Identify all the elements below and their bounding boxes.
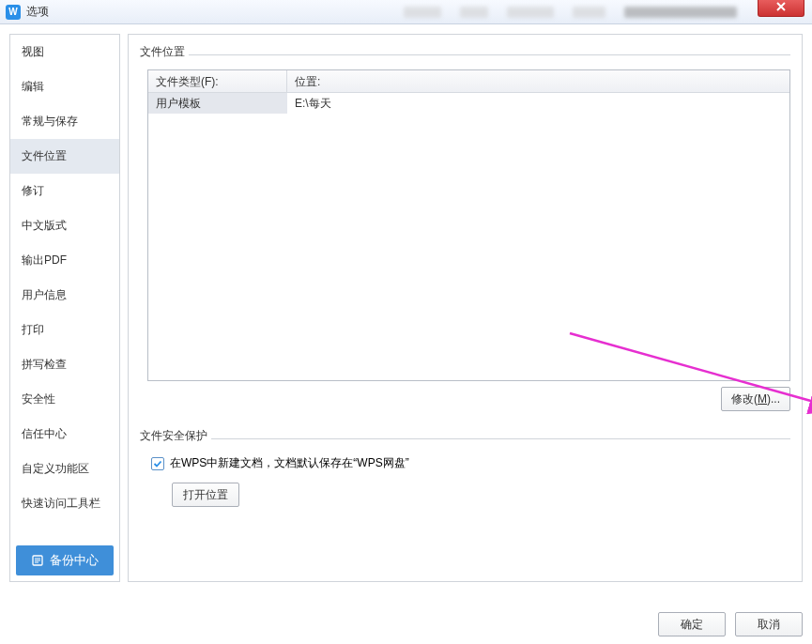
open-location-row: 打开位置 [151, 483, 790, 507]
group-divider [211, 438, 790, 439]
sidebar: 视图 编辑 常规与保存 文件位置 修订 中文版式 输出PDF 用户信息 打印 拼… [9, 34, 120, 582]
cancel-button[interactable]: 取消 [735, 612, 803, 636]
file-security-group: 文件安全保护 在WPS中新建文档，文档默认保存在“WPS网盘” 打开位置 [140, 428, 790, 507]
sidebar-items: 视图 编辑 常规与保存 文件位置 修订 中文版式 输出PDF 用户信息 打印 拼… [10, 35, 119, 540]
sidebar-item-edit[interactable]: 编辑 [10, 69, 119, 104]
open-location-label: 打开位置 [183, 487, 228, 503]
modify-row: 修改(M)... [147, 387, 790, 411]
sidebar-item-view[interactable]: 视图 [10, 35, 119, 69]
sidebar-item-label: 文件位置 [22, 149, 67, 162]
sidebar-item-user-info[interactable]: 用户信息 [10, 278, 119, 313]
sidebar-item-label: 常规与保存 [22, 115, 78, 128]
backup-center-label: 备份中心 [50, 552, 99, 569]
close-icon [775, 1, 787, 12]
group-header: 文件安全保护 [140, 428, 790, 448]
ok-label: 确定 [681, 617, 703, 633]
group-header: 文件位置 [140, 44, 790, 64]
sidebar-item-chinese-layout[interactable]: 中文版式 [10, 208, 119, 243]
group-divider [189, 54, 790, 55]
titlebar: W 选项 [0, 0, 812, 24]
ok-button[interactable]: 确定 [658, 612, 726, 636]
sidebar-item-label: 用户信息 [22, 288, 67, 301]
sidebar-item-label: 拼写检查 [22, 358, 67, 371]
sidebar-item-file-location[interactable]: 文件位置 [10, 139, 119, 174]
dialog-footer: 确定 取消 [658, 612, 803, 636]
sidebar-item-label: 编辑 [22, 80, 44, 93]
sidebar-item-spellcheck[interactable]: 拼写检查 [10, 347, 119, 382]
app-icon-letter: W [8, 7, 17, 17]
sidebar-item-label: 信任中心 [22, 427, 67, 440]
content-panel: 文件位置 文件类型(F): 位置: 用户模板 E:\每天 修改(M)... [128, 34, 803, 582]
modify-button[interactable]: 修改(M)... [721, 387, 790, 411]
sidebar-item-label: 输出PDF [22, 253, 67, 267]
default-save-checkbox-row: 在WPS中新建文档，文档默认保存在“WPS网盘” [151, 455, 790, 471]
group-title: 文件安全保护 [140, 428, 207, 448]
sidebar-item-label: 自定义功能区 [22, 462, 89, 475]
check-icon [153, 459, 162, 468]
table-row[interactable]: 用户模板 E:\每天 [148, 93, 789, 114]
sidebar-item-general-save[interactable]: 常规与保存 [10, 104, 119, 139]
file-type-table[interactable]: 文件类型(F): 位置: 用户模板 E:\每天 [147, 69, 790, 381]
sidebar-item-print[interactable]: 打印 [10, 313, 119, 347]
sidebar-item-revision[interactable]: 修订 [10, 174, 119, 208]
security-body: 在WPS中新建文档，文档默认保存在“WPS网盘” 打开位置 [140, 448, 790, 507]
sidebar-item-label: 快速访问工具栏 [22, 497, 100, 510]
column-location[interactable]: 位置: [287, 70, 789, 92]
cancel-label: 取消 [758, 617, 780, 633]
sidebar-item-output-pdf[interactable]: 输出PDF [10, 243, 119, 278]
sidebar-item-label: 中文版式 [22, 219, 67, 232]
group-title: 文件位置 [140, 44, 185, 64]
sidebar-item-label: 修订 [22, 184, 44, 197]
sidebar-item-label: 打印 [22, 323, 44, 336]
window-title: 选项 [26, 4, 49, 20]
cell-type: 用户模板 [148, 93, 287, 114]
open-location-button[interactable]: 打开位置 [172, 483, 239, 507]
app-icon: W [6, 5, 21, 20]
blurred-background [89, 0, 746, 24]
sidebar-item-label: 安全性 [22, 392, 55, 406]
backup-icon [31, 554, 44, 567]
close-button[interactable] [758, 0, 804, 17]
table-header: 文件类型(F): 位置: [148, 70, 789, 93]
main-area: 视图 编辑 常规与保存 文件位置 修订 中文版式 输出PDF 用户信息 打印 拼… [0, 24, 812, 591]
sidebar-item-trust-center[interactable]: 信任中心 [10, 417, 119, 452]
column-type[interactable]: 文件类型(F): [148, 70, 287, 92]
backup-center-button[interactable]: 备份中心 [16, 545, 114, 575]
file-location-group: 文件位置 文件类型(F): 位置: 用户模板 E:\每天 修改(M)... [140, 44, 790, 411]
checkbox-label: 在WPS中新建文档，文档默认保存在“WPS网盘” [170, 455, 409, 471]
sidebar-item-quick-access[interactable]: 快速访问工具栏 [10, 486, 119, 521]
sidebar-item-security[interactable]: 安全性 [10, 382, 119, 417]
cell-location: E:\每天 [287, 93, 789, 114]
sidebar-item-customize-ribbon[interactable]: 自定义功能区 [10, 452, 119, 486]
sidebar-item-label: 视图 [22, 45, 44, 58]
default-save-checkbox[interactable] [151, 457, 164, 470]
modify-button-label: 修改(M)... [731, 391, 780, 407]
